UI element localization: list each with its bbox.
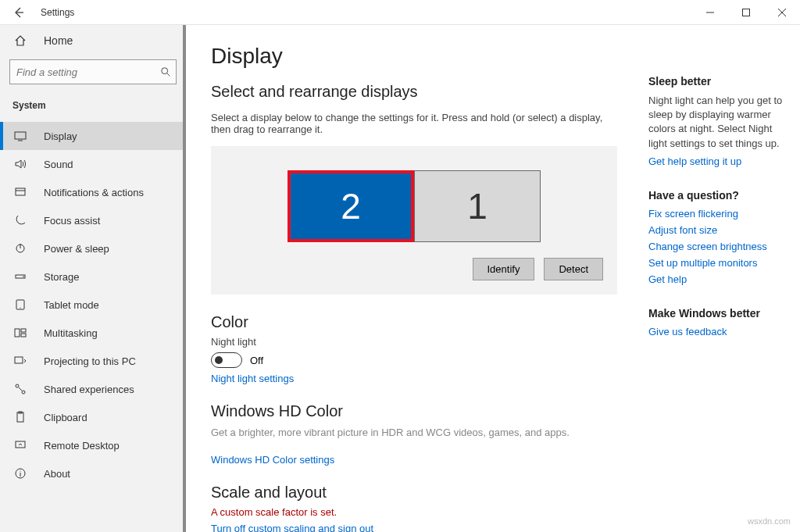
nav-display[interactable]: Display [0,122,186,150]
svg-point-28 [20,470,20,471]
clipboard-icon [12,411,28,423]
link-adjust-font[interactable]: Adjust font size [648,224,788,236]
search-box[interactable] [9,59,177,84]
nav-label: Shared experiences [44,384,134,395]
tablet-icon [12,298,28,311]
svg-point-20 [16,384,19,387]
power-icon [12,242,28,255]
display-icon [12,130,28,142]
sidebar-section: System [0,94,186,117]
svg-rect-18 [21,334,26,337]
display-1[interactable]: 1 [414,170,541,242]
svg-rect-19 [15,357,23,363]
detect-button[interactable]: Detect [544,258,603,280]
hd-color-settings-link[interactable]: Windows HD Color settings [211,454,334,466]
nav-clipboard[interactable]: Clipboard [0,403,186,431]
home-button[interactable]: Home [0,25,186,56]
svg-rect-1 [743,9,750,16]
display-arrangement-box: 2 1 Identify Detect [211,146,617,295]
feedback-link[interactable]: Give us feedback [648,326,788,337]
nav-label: Remote Desktop [44,440,120,452]
svg-line-5 [166,73,170,77]
nav-shared[interactable]: Shared experiences [0,375,186,403]
sidebar-scrollbar[interactable] [183,25,186,532]
shared-icon [12,383,28,395]
svg-point-21 [22,391,25,394]
nav-tablet-mode[interactable]: Tablet mode [0,291,186,319]
scale-turnoff-link[interactable]: Turn off custom scaling and sign out [211,523,373,532]
close-icon [778,9,786,16]
svg-point-4 [161,68,167,74]
storage-icon [12,270,28,283]
minimize-button[interactable] [692,0,728,25]
sleep-heading: Sleep better [648,75,788,87]
arrange-description: Select a display below to change the set… [211,112,611,135]
color-heading: Color [211,313,611,331]
watermark: wsxdn.com [748,516,791,526]
identify-button[interactable]: Identify [473,258,535,280]
sleep-text: Night light can help you get to sleep by… [648,94,788,151]
hd-color-heading: Windows HD Color [211,402,611,420]
search-input[interactable] [10,66,155,78]
nav-projecting[interactable]: Projecting to this PC [0,347,186,375]
window-title: Settings [41,7,74,18]
sound-icon [12,158,28,170]
about-icon [12,467,28,480]
right-pane: Sleep better Night light can help you ge… [636,25,800,532]
sleep-help-link[interactable]: Get help setting it up [648,155,788,167]
link-multiple-monitors[interactable]: Set up multiple monitors [648,257,788,269]
search-icon [155,66,176,77]
nav-label: Focus assist [44,215,100,227]
nav-notifications[interactable]: Notifications & actions [0,178,186,206]
minimize-icon [706,9,714,16]
display-2[interactable]: 2 [288,170,414,242]
link-brightness[interactable]: Change screen brightness [648,241,788,252]
svg-rect-6 [15,132,26,139]
feedback-heading: Make Windows better [648,307,788,320]
nav-label: Sound [44,159,73,170]
maximize-icon [742,9,750,16]
focus-icon [12,214,28,227]
back-button[interactable] [0,0,38,25]
night-light-toggle[interactable] [211,352,242,368]
notifications-icon [12,186,28,198]
nav-label: Clipboard [44,412,88,423]
maximize-button[interactable] [728,0,764,25]
main-content: Display Select and rearrange displays Se… [186,25,636,532]
link-get-help[interactable]: Get help [648,273,788,285]
home-icon [12,34,28,47]
nav-about[interactable]: About [0,459,186,487]
svg-rect-25 [16,441,25,448]
svg-rect-8 [16,188,25,195]
nav-power-sleep[interactable]: Power & sleep [0,234,186,262]
svg-point-13 [23,276,24,277]
svg-rect-23 [17,412,23,422]
close-button[interactable] [764,0,800,25]
nav-multitasking[interactable]: Multitasking [0,319,186,347]
night-light-settings-link[interactable]: Night light settings [211,373,294,384]
nav-label: Multitasking [44,327,98,339]
multitask-icon [12,327,28,339]
nav-label: Storage [44,271,80,283]
nav-label: Display [44,130,77,142]
link-fix-flickering[interactable]: Fix screen flickering [648,208,788,220]
titlebar: Settings [0,0,800,25]
nav-focus-assist[interactable]: Focus assist [0,206,186,234]
svg-line-22 [19,387,22,391]
night-light-label: Night light [211,336,611,348]
nav-storage[interactable]: Storage [0,262,186,291]
project-icon [12,355,28,367]
home-label: Home [44,34,73,47]
arrange-heading: Select and rearrange displays [211,83,611,101]
arrow-left-icon [12,6,25,19]
page-title: Display [211,44,611,69]
sidebar: Home System Display Sound Notifications … [0,25,186,532]
nav-sound[interactable]: Sound [0,150,186,178]
nav-label: Tablet mode [44,299,99,311]
scale-warning: A custom scale factor is set. [211,506,611,518]
nav-remote-desktop[interactable]: Remote Desktop [0,431,186,459]
nav-label: Power & sleep [44,243,109,255]
svg-rect-17 [21,329,26,332]
hd-color-description: Get a brighter, more vibrant picture in … [211,427,611,438]
question-heading: Have a question? [648,189,788,202]
